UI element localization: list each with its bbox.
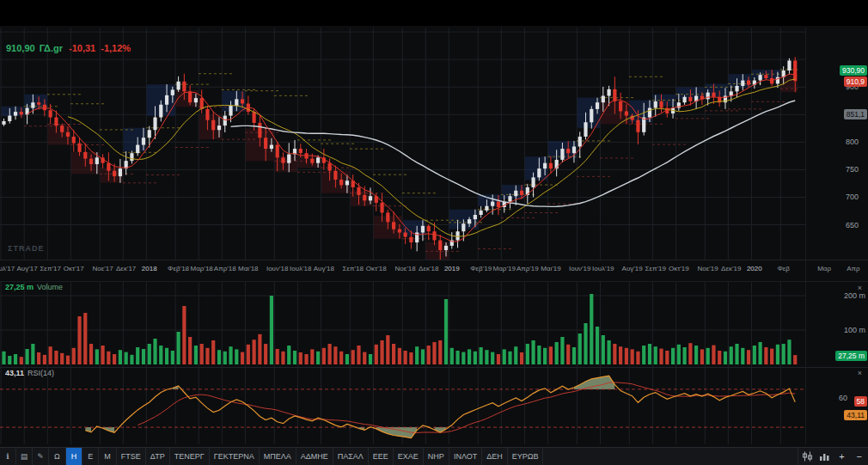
ticker-ΜΠΕΛΑ[interactable]: ΜΠΕΛΑ — [260, 448, 296, 465]
x-axis-tick: Αυγ'17 — [17, 265, 39, 272]
ticker-ΔΤΡ[interactable]: ΔΤΡ — [146, 448, 170, 465]
volume-panel-title: 27,25 mVolume — [5, 283, 63, 291]
rsi-current-value: 43,11 — [5, 369, 24, 377]
x-axis-tick: Αυγ'18 — [314, 265, 335, 272]
x-axis-tick: Απρ'19 — [517, 265, 539, 272]
x-axis-tick: 2019 — [444, 265, 460, 272]
info-icon[interactable]: ℹ — [0, 448, 16, 465]
symbol-header: 910,90ΓΔ.gr-10,31-1,12% — [6, 43, 131, 53]
price-change: -10,31 — [69, 43, 95, 53]
ticker-ΓΕΚΤΕΡΝΑ[interactable]: ΓΕΚΤΕΡΝΑ — [210, 448, 260, 465]
x-axis-tick: Ιουλ'19 — [592, 265, 614, 272]
volume-axis-tick: 200 m — [844, 291, 865, 300]
ticker-ΔΕΗ[interactable]: ΔΕΗ — [482, 448, 508, 465]
zoom-in-button[interactable]: + — [833, 448, 850, 465]
x-axis-tick: 2020 — [747, 265, 762, 272]
x-axis-tick: Ιουλ'17 — [0, 265, 15, 272]
last-price-text: 910,90 — [6, 43, 35, 53]
ticker-ΕΥΡΩΒ[interactable]: ΕΥΡΩΒ — [508, 448, 544, 465]
price-change-pct: -1,12% — [101, 43, 131, 53]
x-axis-tick: Δεκ'19 — [721, 265, 742, 272]
drawing-tools-group: ℹ▤✎ — [0, 448, 49, 465]
ticker-buttons: FTSEΔΤΡΤΕΝΕΡΓΓΕΚΤΕΡΝΑΜΠΕΛΑΑΔΜΗΕΠΑΣΑΛΕΕΕΕ… — [117, 448, 544, 465]
x-axis-tick: Φεβ'18 — [168, 265, 190, 272]
x-axis-tick: Μαρ — [817, 265, 831, 272]
timeframe-group: ΩΗΕΜ — [49, 448, 117, 465]
x-axis-tick: Νοε'19 — [698, 265, 719, 272]
ticker-ΝΗΡ[interactable]: ΝΗΡ — [424, 448, 449, 465]
ticker-ΤΕΝΕΡΓ[interactable]: ΤΕΝΕΡΓ — [170, 448, 210, 465]
close-volume-indicator-button[interactable]: × — [858, 285, 862, 292]
x-axis-tick: Νοε'18 — [395, 265, 417, 272]
x-axis-tick: Φεβ — [777, 265, 790, 272]
rsi-panel-title: 43,11RSI(14) — [5, 369, 54, 377]
x-axis-tick: Δεκ'17 — [116, 265, 137, 272]
layout-grid-icon[interactable]: ▤ — [16, 448, 33, 465]
x-axis-tick: Μαρ'19 — [493, 265, 517, 272]
x-axis-tick: Φεβ'19 — [470, 265, 492, 272]
platform-watermark: ΣTRADE — [8, 244, 44, 253]
x-axis-tick: Μαρ'18 — [191, 265, 214, 272]
candlestick-type-icon[interactable] — [798, 448, 816, 465]
timeframe-Μ[interactable]: Μ — [99, 448, 117, 465]
x-axis-tick: Απρ'18 — [214, 265, 236, 272]
x-axis-tick: Οκτ'17 — [64, 265, 84, 272]
trading-app-window: Ιουλ'17Αυγ'17Σεπ'17Οκτ'17Νοε'17Δεκ'17201… — [0, 0, 868, 465]
volume-value-badge: 27,25 m — [835, 351, 867, 361]
rsi-value-badge: 43,11 — [844, 410, 867, 420]
bottom-toolbar: ℹ▤✎ ΩΗΕΜ FTSEΔΤΡΤΕΝΕΡΓΓΕΚΤΕΡΝΑΜΠΕΛΑΑΔΜΗΕ… — [0, 447, 868, 465]
bar-chart-type-icon[interactable] — [816, 448, 833, 465]
price-axis-tick: 650 — [846, 221, 859, 229]
x-axis-tick: Σεπ'18 — [342, 265, 364, 272]
ticker-ΕΕΕ[interactable]: ΕΕΕ — [369, 448, 394, 465]
x-axis-tick: Μαι'18 — [238, 265, 259, 272]
volume-current-value: 27,25 m — [5, 283, 34, 291]
chart-controls-group: + − — [798, 448, 868, 465]
x-axis-tick: Νοε'17 — [92, 265, 113, 272]
x-axis-tick: Μαι'19 — [541, 265, 561, 272]
x-axis-tick: Δεκ'18 — [419, 265, 439, 272]
timeframe-Ε[interactable]: Ε — [83, 448, 99, 465]
x-axis-tick: Ιουν'18 — [266, 265, 289, 272]
close-rsi-indicator-button[interactable]: × — [858, 370, 862, 377]
volume-axis-tick: 100 m — [844, 326, 865, 334]
price-axis-tick: 750 — [846, 165, 859, 174]
price-badge-last: 910,9 — [844, 76, 867, 87]
volume-indicator-label: Volume — [37, 283, 63, 291]
volume-bars — [2, 294, 797, 364]
chart-canvas[interactable]: Ιουλ'17Αυγ'17Σεπ'17Οκτ'17Νοε'17Δεκ'17201… — [0, 0, 868, 465]
price-axis-tick: 800 — [846, 138, 859, 146]
ma-value-badge: 851,1 — [844, 109, 867, 119]
pencil-draw-icon[interactable]: ✎ — [33, 448, 49, 465]
ticker-ΕΧΑΕ[interactable]: ΕΧΑΕ — [394, 448, 424, 465]
rsi-axis-tick: 60 — [839, 394, 847, 402]
x-axis-tick: 2018 — [142, 265, 157, 272]
ticker-ΙΝΛΟΤ[interactable]: ΙΝΛΟΤ — [449, 448, 482, 465]
moving-averages — [28, 74, 796, 242]
x-axis-tick: Οκτ'18 — [366, 265, 387, 272]
x-axis-tick: Οκτ'19 — [669, 265, 689, 272]
rsi-indicator-label: RSI(14) — [28, 369, 54, 377]
ticker-ΑΔΜΗΕ[interactable]: ΑΔΜΗΕ — [296, 448, 333, 465]
x-axis-tick: Αυγ'19 — [622, 265, 644, 272]
x-axis-tick: Απρ — [847, 265, 860, 272]
zoom-out-button[interactable]: − — [851, 448, 868, 465]
x-axis-tick: Σεπ'19 — [645, 265, 667, 272]
rsi-ma-badge: 58 — [854, 396, 867, 407]
timeframe-Η[interactable]: Η — [66, 448, 83, 465]
price-badge-green: 930,90 — [840, 65, 867, 76]
timeframe-Ω[interactable]: Ω — [49, 448, 66, 465]
ticker-ΠΑΣΑΛ[interactable]: ΠΑΣΑΛ — [333, 448, 369, 465]
ticker-FTSE[interactable]: FTSE — [117, 448, 146, 465]
x-axis-tick: Σεπ'17 — [40, 265, 61, 272]
symbol-name: ΓΔ.gr — [40, 43, 63, 53]
x-axis-tick: Ιουλ'18 — [290, 265, 312, 272]
x-axis-tick: Ιουν'19 — [569, 265, 591, 272]
price-axis-tick: 700 — [846, 193, 859, 201]
